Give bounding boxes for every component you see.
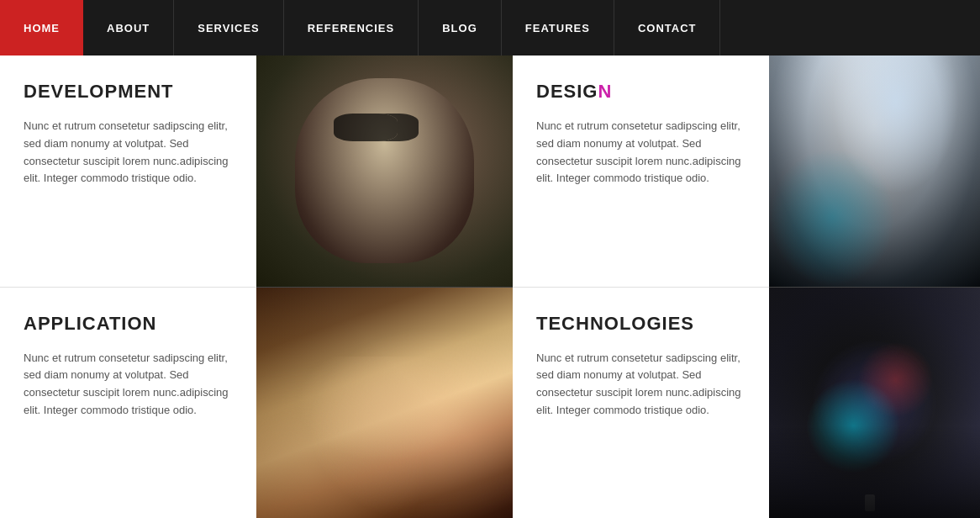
bottom-right-image xyxy=(769,288,980,519)
nav-about[interactable]: ABOUT xyxy=(83,0,174,56)
right-image-panel xyxy=(769,56,980,518)
development-body: Nunc et rutrum consetetur sadipscing eli… xyxy=(24,118,233,188)
nav-home[interactable]: HOME xyxy=(0,0,83,56)
robot-image xyxy=(256,56,513,287)
nav-referencies[interactable]: REFERENCIES xyxy=(284,0,419,56)
nav-services[interactable]: SERVICES xyxy=(174,0,284,56)
right-text-panel: DESIGN Nunc et rutrum consetetur sadipsc… xyxy=(513,56,769,518)
development-block: DEVELOPMENT Nunc et rutrum consetetur sa… xyxy=(0,56,256,287)
design-title-accent: N xyxy=(598,81,612,102)
main-nav: HOME ABOUT SERVICES REFERENCIES BLOG FEA… xyxy=(0,0,980,56)
middle-image-panel xyxy=(256,56,513,518)
nav-blog[interactable]: BLOG xyxy=(419,0,502,56)
content-area: DEVELOPMENT Nunc et rutrum consetetur sa… xyxy=(0,56,980,518)
technologies-title: TECHNOLOGIES xyxy=(536,313,746,335)
nav-contact[interactable]: CONTACT xyxy=(614,0,721,56)
application-title: APPLICATION xyxy=(24,313,233,335)
design-block: DESIGN Nunc et rutrum consetetur sadipsc… xyxy=(513,56,769,287)
top-right-image xyxy=(769,56,980,287)
application-block: APPLICATION Nunc et rutrum consetetur sa… xyxy=(0,288,256,519)
technologies-block: TECHNOLOGIES Nunc et rutrum consetetur s… xyxy=(513,288,769,519)
scroll-indicator xyxy=(865,494,875,511)
nav-features[interactable]: FEATURES xyxy=(502,0,614,56)
design-body: Nunc et rutrum consetetur sadipscing eli… xyxy=(536,118,746,188)
application-body: Nunc et rutrum consetetur sadipscing eli… xyxy=(24,350,233,420)
left-text-panel: DEVELOPMENT Nunc et rutrum consetetur sa… xyxy=(0,56,256,518)
design-title: DESIGN xyxy=(536,81,746,103)
design-title-main: DESIG xyxy=(536,81,598,102)
development-title: DEVELOPMENT xyxy=(24,81,233,103)
technologies-body: Nunc et rutrum consetetur sadipscing eli… xyxy=(536,350,746,420)
painted-image xyxy=(256,288,513,519)
